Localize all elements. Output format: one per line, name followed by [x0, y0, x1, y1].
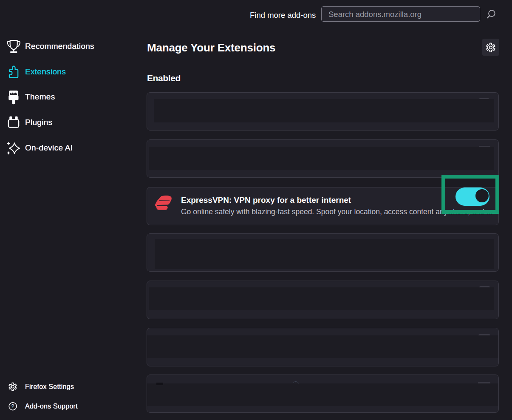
svg-text:?: ? — [11, 403, 14, 409]
